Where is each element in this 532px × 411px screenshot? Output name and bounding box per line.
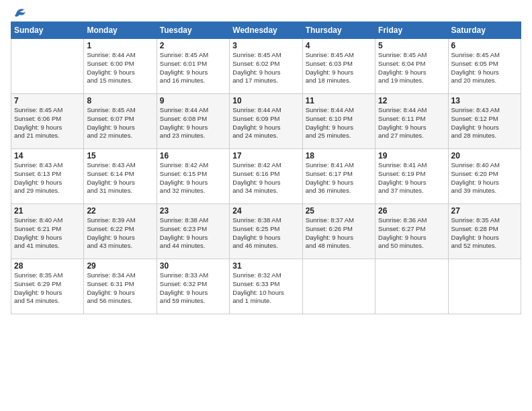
day-content: Sunrise: 8:40 AMSunset: 6:20 PMDaylight:… bbox=[451, 161, 518, 195]
day-number: 13 bbox=[451, 96, 518, 105]
day-content: Sunrise: 8:45 AMSunset: 6:01 PMDaylight:… bbox=[160, 51, 226, 85]
day-number: 1 bbox=[87, 41, 153, 50]
calendar-empty-cell bbox=[302, 259, 375, 314]
day-number: 25 bbox=[306, 206, 372, 216]
calendar-empty-cell bbox=[375, 259, 448, 314]
day-number: 15 bbox=[87, 151, 153, 161]
day-number: 18 bbox=[306, 151, 372, 161]
day-number: 27 bbox=[451, 206, 518, 216]
calendar-day-cell: 26Sunrise: 8:36 AMSunset: 6:27 PMDayligh… bbox=[375, 204, 448, 259]
day-number: 19 bbox=[378, 151, 445, 161]
calendar-day-cell: 25Sunrise: 8:37 AMSunset: 6:26 PMDayligh… bbox=[302, 204, 375, 259]
day-content: Sunrise: 8:42 AMSunset: 6:15 PMDaylight:… bbox=[160, 161, 226, 195]
day-content: Sunrise: 8:44 AMSunset: 6:09 PMDaylight:… bbox=[232, 106, 299, 140]
calendar-empty-cell bbox=[11, 39, 84, 94]
day-content: Sunrise: 8:32 AMSunset: 6:33 PMDaylight:… bbox=[232, 271, 299, 306]
day-number: 24 bbox=[232, 206, 299, 216]
logo bbox=[11, 8, 27, 17]
weekday-header-monday: Monday bbox=[84, 22, 157, 39]
day-number: 2 bbox=[160, 41, 226, 50]
day-content: Sunrise: 8:36 AMSunset: 6:27 PMDaylight:… bbox=[378, 216, 445, 250]
day-number: 11 bbox=[306, 96, 372, 105]
day-content: Sunrise: 8:45 AMSunset: 6:02 PMDaylight:… bbox=[232, 51, 299, 85]
day-content: Sunrise: 8:44 AMSunset: 6:11 PMDaylight:… bbox=[378, 106, 445, 140]
day-content: Sunrise: 8:45 AMSunset: 6:03 PMDaylight:… bbox=[306, 51, 372, 85]
calendar-day-cell: 30Sunrise: 8:33 AMSunset: 6:32 PMDayligh… bbox=[157, 259, 229, 314]
day-number: 10 bbox=[232, 96, 299, 105]
logo-bird-icon bbox=[12, 8, 27, 20]
calendar-day-cell: 29Sunrise: 8:34 AMSunset: 6:31 PMDayligh… bbox=[84, 259, 157, 314]
calendar-day-cell: 20Sunrise: 8:40 AMSunset: 6:20 PMDayligh… bbox=[448, 149, 521, 204]
day-number: 9 bbox=[160, 96, 226, 105]
calendar-week-row: 21Sunrise: 8:40 AMSunset: 6:21 PMDayligh… bbox=[11, 204, 521, 259]
day-number: 14 bbox=[14, 151, 81, 161]
day-number: 30 bbox=[160, 261, 226, 271]
calendar-day-cell: 5Sunrise: 8:45 AMSunset: 6:04 PMDaylight… bbox=[375, 39, 448, 94]
weekday-header-thursday: Thursday bbox=[302, 22, 375, 39]
day-content: Sunrise: 8:37 AMSunset: 6:26 PMDaylight:… bbox=[306, 216, 372, 250]
calendar-day-cell: 9Sunrise: 8:44 AMSunset: 6:08 PMDaylight… bbox=[157, 94, 229, 149]
calendar-day-cell: 10Sunrise: 8:44 AMSunset: 6:09 PMDayligh… bbox=[230, 94, 302, 149]
day-content: Sunrise: 8:45 AMSunset: 6:04 PMDaylight:… bbox=[378, 51, 445, 85]
day-content: Sunrise: 8:34 AMSunset: 6:31 PMDaylight:… bbox=[87, 271, 153, 306]
weekday-header-tuesday: Tuesday bbox=[157, 22, 229, 39]
day-content: Sunrise: 8:33 AMSunset: 6:32 PMDaylight:… bbox=[160, 271, 226, 306]
day-content: Sunrise: 8:35 AMSunset: 6:28 PMDaylight:… bbox=[451, 216, 518, 250]
weekday-header-friday: Friday bbox=[375, 22, 448, 39]
page: SundayMondayTuesdayWednesdayThursdayFrid… bbox=[0, 0, 532, 411]
day-content: Sunrise: 8:45 AMSunset: 6:07 PMDaylight:… bbox=[87, 106, 153, 140]
calendar-day-cell: 16Sunrise: 8:42 AMSunset: 6:15 PMDayligh… bbox=[157, 149, 229, 204]
day-number: 22 bbox=[87, 206, 153, 216]
day-content: Sunrise: 8:35 AMSunset: 6:29 PMDaylight:… bbox=[14, 271, 81, 306]
day-content: Sunrise: 8:41 AMSunset: 6:19 PMDaylight:… bbox=[378, 161, 445, 195]
calendar-day-cell: 4Sunrise: 8:45 AMSunset: 6:03 PMDaylight… bbox=[302, 39, 375, 94]
calendar-day-cell: 19Sunrise: 8:41 AMSunset: 6:19 PMDayligh… bbox=[375, 149, 448, 204]
day-content: Sunrise: 8:39 AMSunset: 6:22 PMDaylight:… bbox=[87, 216, 153, 250]
day-number: 8 bbox=[87, 96, 153, 105]
day-content: Sunrise: 8:38 AMSunset: 6:25 PMDaylight:… bbox=[232, 216, 299, 250]
day-number: 12 bbox=[378, 96, 445, 105]
day-content: Sunrise: 8:41 AMSunset: 6:17 PMDaylight:… bbox=[306, 161, 372, 195]
calendar-day-cell: 27Sunrise: 8:35 AMSunset: 6:28 PMDayligh… bbox=[448, 204, 521, 259]
calendar-day-cell: 8Sunrise: 8:45 AMSunset: 6:07 PMDaylight… bbox=[84, 94, 157, 149]
calendar-table: SundayMondayTuesdayWednesdayThursdayFrid… bbox=[11, 21, 521, 314]
calendar-week-row: 14Sunrise: 8:43 AMSunset: 6:13 PMDayligh… bbox=[11, 149, 521, 204]
day-number: 3 bbox=[232, 41, 299, 50]
weekday-header-wednesday: Wednesday bbox=[230, 22, 302, 39]
day-number: 4 bbox=[306, 41, 372, 50]
calendar-week-row: 1Sunrise: 8:44 AMSunset: 6:00 PMDaylight… bbox=[11, 39, 521, 94]
day-number: 6 bbox=[451, 41, 518, 50]
calendar-day-cell: 1Sunrise: 8:44 AMSunset: 6:00 PMDaylight… bbox=[84, 39, 157, 94]
calendar-day-cell: 17Sunrise: 8:42 AMSunset: 6:16 PMDayligh… bbox=[230, 149, 302, 204]
calendar-day-cell: 2Sunrise: 8:45 AMSunset: 6:01 PMDaylight… bbox=[157, 39, 229, 94]
calendar-day-cell: 12Sunrise: 8:44 AMSunset: 6:11 PMDayligh… bbox=[375, 94, 448, 149]
calendar-day-cell: 28Sunrise: 8:35 AMSunset: 6:29 PMDayligh… bbox=[11, 259, 84, 314]
day-content: Sunrise: 8:43 AMSunset: 6:12 PMDaylight:… bbox=[451, 106, 518, 140]
header bbox=[11, 8, 521, 17]
calendar-day-cell: 22Sunrise: 8:39 AMSunset: 6:22 PMDayligh… bbox=[84, 204, 157, 259]
calendar-day-cell: 7Sunrise: 8:45 AMSunset: 6:06 PMDaylight… bbox=[11, 94, 84, 149]
day-content: Sunrise: 8:43 AMSunset: 6:14 PMDaylight:… bbox=[87, 161, 153, 195]
day-number: 20 bbox=[451, 151, 518, 161]
calendar-week-row: 7Sunrise: 8:45 AMSunset: 6:06 PMDaylight… bbox=[11, 94, 521, 149]
weekday-header-saturday: Saturday bbox=[448, 22, 521, 39]
day-content: Sunrise: 8:45 AMSunset: 6:06 PMDaylight:… bbox=[14, 106, 81, 140]
day-number: 28 bbox=[14, 261, 81, 271]
calendar-day-cell: 14Sunrise: 8:43 AMSunset: 6:13 PMDayligh… bbox=[11, 149, 84, 204]
day-content: Sunrise: 8:44 AMSunset: 6:00 PMDaylight:… bbox=[87, 51, 153, 85]
calendar-week-row: 28Sunrise: 8:35 AMSunset: 6:29 PMDayligh… bbox=[11, 259, 521, 314]
day-number: 23 bbox=[160, 206, 226, 216]
calendar-day-cell: 15Sunrise: 8:43 AMSunset: 6:14 PMDayligh… bbox=[84, 149, 157, 204]
day-content: Sunrise: 8:38 AMSunset: 6:23 PMDaylight:… bbox=[160, 216, 226, 250]
calendar-day-cell: 11Sunrise: 8:44 AMSunset: 6:10 PMDayligh… bbox=[302, 94, 375, 149]
day-content: Sunrise: 8:40 AMSunset: 6:21 PMDaylight:… bbox=[14, 216, 81, 250]
calendar-day-cell: 6Sunrise: 8:45 AMSunset: 6:05 PMDaylight… bbox=[448, 39, 521, 94]
calendar-day-cell: 18Sunrise: 8:41 AMSunset: 6:17 PMDayligh… bbox=[302, 149, 375, 204]
day-content: Sunrise: 8:45 AMSunset: 6:05 PMDaylight:… bbox=[451, 51, 518, 85]
weekday-header-row: SundayMondayTuesdayWednesdayThursdayFrid… bbox=[11, 22, 521, 39]
weekday-header-sunday: Sunday bbox=[11, 22, 84, 39]
day-number: 16 bbox=[160, 151, 226, 161]
day-number: 29 bbox=[87, 261, 153, 271]
calendar-day-cell: 3Sunrise: 8:45 AMSunset: 6:02 PMDaylight… bbox=[230, 39, 302, 94]
day-number: 7 bbox=[14, 96, 81, 105]
